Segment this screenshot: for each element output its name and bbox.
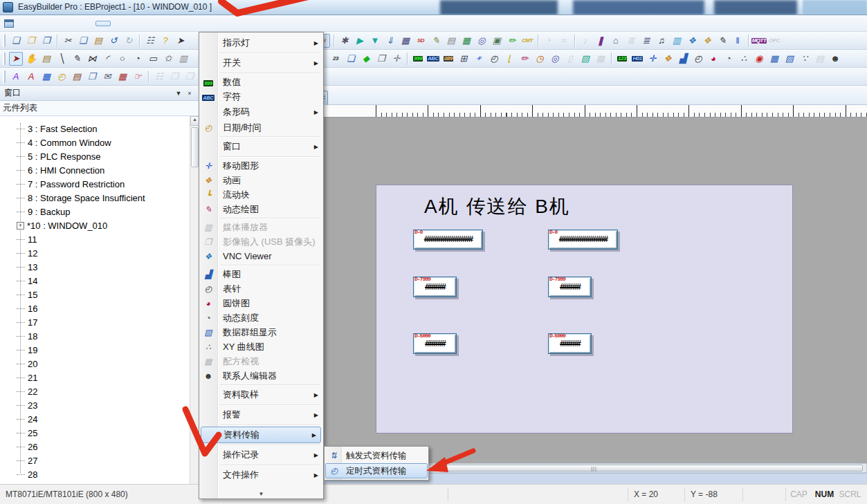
toolbar-button[interactable]: [609, 52, 614, 66]
menu-item-video-input[interactable]: ❒ 影像输入 (USB 摄像头) ▶: [199, 234, 322, 249]
toolbar-meter-display[interactable]: ◴: [691, 52, 705, 66]
toolbar-clipboard-r[interactable]: ▤: [70, 70, 84, 84]
menu-item-pie-chart[interactable]: ◕ 圆饼图 ▶: [199, 296, 322, 310]
menu-options[interactable]: [65, 21, 80, 26]
toolbar-help[interactable]: ?: [158, 34, 172, 48]
toolbar-address-book[interactable]: ❚: [594, 34, 608, 48]
menu-item-data-block-display[interactable]: ▧ 数据群组显示 ▶: [199, 325, 322, 339]
toolbar-grip[interactable]: [3, 35, 6, 47]
window-17[interactable]: + 17: [0, 315, 191, 329]
window-11[interactable]: + 11: [0, 232, 191, 246]
toolbar-sound-library[interactable]: ♫: [655, 34, 668, 48]
toolbar-draw-arc[interactable]: ◜: [100, 52, 114, 66]
menu-item-xy-plot[interactable]: ∴ XY 曲线图 ▶: [199, 339, 322, 354]
submenu-item-trigger-data-transfer[interactable]: ⇅ 触发式资料传输: [325, 448, 428, 463]
toolbar-frame-object[interactable]: ⊞: [457, 52, 471, 66]
menu-file[interactable]: [19, 21, 35, 26]
menu-item-bar-graph[interactable]: ▟ 棒图 ▶: [199, 267, 322, 281]
window-21[interactable]: + 21: [0, 371, 191, 384]
toolbar-label-library[interactable]: ❖: [685, 34, 699, 48]
menu-item-numeric[interactable]: 999 数值 ▶: [199, 75, 322, 89]
toolbar-zoom-scene[interactable]: ◎: [548, 52, 562, 66]
menu-item-moving-shape[interactable]: ✛ 移动图形 ▶: [199, 158, 322, 173]
toolbar-window-copy[interactable]: 23: [329, 52, 343, 66]
toolbar-data-table[interactable]: ▦: [459, 34, 473, 48]
toolbar-export-gray[interactable]: ❐: [167, 70, 181, 84]
toolbar-open[interactable]: ❐: [24, 34, 38, 48]
toolbar-bar-graph[interactable]: ▟: [676, 52, 690, 66]
menu-item-window[interactable]: 窗口 ▶: [199, 138, 322, 155]
menu-item-switch[interactable]: 开关 ▶: [199, 55, 322, 71]
tab-element-list[interactable]: 元件列表: [0, 101, 199, 116]
toolbar-trend[interactable]: ≈: [557, 34, 571, 48]
menu-item-alarm[interactable]: 报警 ▶: [199, 407, 322, 423]
menu-item-vnc-viewer[interactable]: ❖ VNC Viewer ▶: [199, 249, 322, 263]
toolbar-font-tool[interactable]: A: [24, 70, 38, 84]
toolbar-tag-library[interactable]: ❖: [700, 34, 714, 48]
toolbar-select-cursor[interactable]: ➤: [9, 52, 23, 66]
menu-item-flow-block[interactable]: ┗ 流动块 ▶: [199, 187, 322, 202]
toolbar-text-tool[interactable]: A: [9, 70, 23, 84]
menu-energy[interactable]: [111, 21, 126, 26]
toolbar-calendar-grid[interactable]: ▦: [116, 70, 129, 84]
toolbar-draw-rect[interactable]: ▭: [146, 52, 160, 66]
menu-item-operation-log[interactable]: 操作记录 ▶: [199, 447, 322, 463]
toolbar-email[interactable]: ✉: [100, 70, 114, 84]
menu-item-dynamic-scale[interactable]: ◔ 动态刻度 ▶: [199, 310, 322, 325]
toolbar-numeric-object[interactable]: 999: [411, 52, 425, 66]
menu-item-contacts-editor[interactable]: ☻ 联系人编辑器 ▶: [199, 368, 322, 383]
window-26[interactable]: + 26: [0, 440, 191, 454]
window-5[interactable]: + 5 : PLC Response: [0, 149, 191, 163]
toolbar-address-viewer[interactable]: ◎: [475, 34, 489, 48]
toolbar-redo[interactable]: ↻: [122, 34, 136, 48]
menu-draw[interactable]: [80, 21, 95, 26]
toolbar-display-word[interactable]: H01: [630, 52, 644, 66]
toolbar-page-object[interactable]: ▯: [563, 52, 577, 66]
toolbar-contact-object[interactable]: ☻: [828, 52, 842, 66]
toolbar-multistate-object[interactable]: 089: [441, 52, 455, 66]
toolbar-picture-view[interactable]: ▩: [594, 52, 608, 66]
toolbar-gauge[interactable]: ◔: [542, 34, 556, 48]
numeric-display-b3[interactable]: D-5000 #####: [548, 333, 592, 354]
toolbar-simulate[interactable]: ▦: [399, 34, 412, 48]
toolbar-draw-ellipse[interactable]: ○: [116, 52, 129, 66]
menu-item-meter[interactable]: ◴ 表针 ▶: [199, 281, 322, 296]
toolbar-station[interactable]: ⌂: [609, 34, 623, 48]
numeric-display-b2[interactable]: D-7999 #####: [548, 277, 592, 297]
window-19[interactable]: + 19: [0, 343, 191, 357]
toolbar-print-gray[interactable]: ☷: [152, 70, 166, 84]
toolbar-string-edit[interactable]: ✎: [715, 34, 729, 48]
menu-scroll-down-icon[interactable]: ▼: [199, 491, 323, 497]
toolbar-pipe-object[interactable]: ✛: [390, 52, 403, 66]
menu-item-recipe-view[interactable]: ▦ 配方检视 ▶: [199, 354, 322, 368]
toolbar-macro-editor[interactable]: ✎: [429, 34, 443, 48]
window-7[interactable]: + 7 : Password Restriction: [0, 177, 191, 191]
panel-collapse-icon[interactable]: ▼: [173, 88, 184, 98]
window-22[interactable]: + 22: [0, 384, 191, 398]
toolbar-pen-object[interactable]: ✏: [518, 52, 531, 66]
window-28[interactable]: + 28: [0, 467, 191, 481]
numeric-display-a3[interactable]: D-5000 #####: [413, 333, 457, 354]
menu-item-ascii[interactable]: ABC 字符 ▶: [199, 89, 322, 104]
toolbar-draw-freehand[interactable]: ✎: [70, 52, 84, 66]
toolbar-timer-object[interactable]: ◷: [533, 52, 547, 66]
window-3[interactable]: + 3 : Fast Selection: [0, 122, 191, 136]
window-27[interactable]: + 27: [0, 454, 191, 467]
toolbar-object-properties[interactable]: ▤: [39, 52, 53, 66]
menu-library[interactable]: [141, 21, 156, 26]
toolbar-dial-scale[interactable]: ◔: [722, 52, 736, 66]
toolbar-recipe-db[interactable]: ≣: [639, 34, 653, 48]
toolbar-target-object[interactable]: ◉: [752, 52, 766, 66]
toolbar-button[interactable]: [746, 34, 751, 48]
toolbar-paste[interactable]: ▤: [91, 34, 105, 48]
menu-help[interactable]: [187, 21, 202, 26]
window-6[interactable]: + 6 : HMI Connection: [0, 163, 191, 177]
toolbar-draw-star[interactable]: ✩: [161, 52, 175, 66]
toolbar-copy-window[interactable]: ❐: [85, 70, 99, 84]
menu-item-file-operation[interactable]: 文件操作 ▶: [199, 467, 322, 483]
toolbar-button[interactable]: [331, 34, 336, 48]
toolbar-button[interactable]: [137, 34, 142, 48]
toolbar-draw-pie[interactable]: ◔: [131, 52, 145, 66]
menu-item-data-transfer[interactable]: 资料传输 ▶: [201, 427, 321, 443]
toolbar-script[interactable]: ▤: [444, 34, 458, 48]
